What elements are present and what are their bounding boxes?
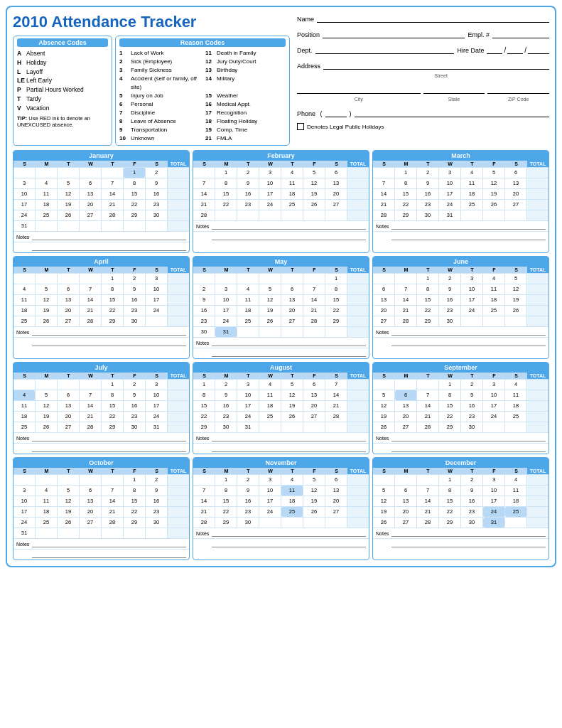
cal-cell[interactable]: 26 — [36, 316, 58, 326]
cal-cell[interactable] — [80, 528, 102, 538]
cal-cell[interactable] — [303, 274, 325, 284]
cal-cell[interactable]: 26 — [303, 507, 325, 517]
cal-cell[interactable]: 21 — [303, 306, 325, 316]
cal-cell[interactable] — [281, 422, 303, 432]
notes-field[interactable] — [212, 530, 366, 537]
cal-cell[interactable]: 8 — [395, 178, 417, 188]
cal-cell[interactable]: 15 — [193, 401, 215, 411]
total-cell[interactable] — [168, 189, 189, 199]
notes-field[interactable] — [212, 434, 366, 441]
cal-cell[interactable]: 22 — [102, 412, 124, 422]
cal-cell[interactable]: 1 — [102, 274, 124, 284]
cal-cell[interactable]: 5 — [303, 475, 325, 485]
total-cell[interactable] — [527, 210, 549, 220]
cal-cell[interactable]: 9 — [237, 178, 259, 188]
cal-cell[interactable]: 4 — [259, 380, 281, 390]
cal-cell[interactable]: 24 — [483, 507, 505, 517]
cal-cell[interactable]: 28 — [102, 210, 124, 220]
cal-cell[interactable]: 15 — [102, 401, 124, 411]
cal-cell[interactable]: 4 — [237, 284, 259, 294]
cal-cell[interactable]: 10 — [259, 486, 281, 496]
cal-cell[interactable]: 29 — [395, 210, 417, 220]
cal-cell[interactable]: 21 — [80, 412, 102, 422]
cal-cell[interactable]: 31 — [146, 422, 168, 432]
cal-cell[interactable]: 19 — [303, 496, 325, 506]
cal-cell[interactable]: 8 — [124, 486, 146, 496]
cal-cell[interactable]: 21 — [373, 200, 395, 210]
cal-cell[interactable]: 22 — [325, 306, 347, 316]
cal-cell[interactable]: 16 — [461, 401, 483, 411]
cal-cell[interactable]: 13 — [325, 486, 347, 496]
cal-cell[interactable]: 8 — [215, 178, 237, 188]
notes-field[interactable] — [32, 233, 186, 240]
cal-cell[interactable]: 3 — [439, 168, 461, 178]
cal-cell[interactable]: 29 — [124, 210, 146, 220]
cal-cell[interactable]: 1 — [193, 380, 215, 390]
cal-cell[interactable]: 28 — [193, 518, 215, 528]
cal-cell[interactable]: 3 — [146, 380, 168, 390]
cal-cell[interactable]: 11 — [237, 295, 259, 305]
cal-cell[interactable]: 30 — [439, 316, 461, 326]
cal-cell[interactable]: 13 — [80, 496, 102, 506]
notes-field-2[interactable] — [32, 445, 186, 452]
cal-cell[interactable]: 13 — [58, 401, 80, 411]
cal-cell[interactable]: 12 — [58, 496, 80, 506]
total-cell[interactable] — [347, 168, 369, 178]
state-field[interactable] — [423, 84, 485, 94]
cal-cell[interactable] — [58, 528, 80, 538]
cal-cell[interactable]: 2 — [417, 168, 439, 178]
cal-cell[interactable]: 20 — [80, 200, 102, 210]
notes-field-2[interactable] — [212, 445, 366, 452]
cal-cell[interactable]: 1 — [124, 475, 146, 485]
cal-cell[interactable]: 30 — [146, 518, 168, 528]
cal-cell[interactable]: 17 — [259, 189, 281, 199]
cal-cell[interactable] — [13, 380, 36, 390]
cal-cell[interactable]: 20 — [80, 507, 102, 517]
total-cell[interactable] — [347, 412, 369, 422]
cal-cell[interactable]: 5 — [373, 390, 395, 400]
notes-field[interactable] — [32, 328, 186, 336]
cal-cell[interactable] — [395, 380, 417, 390]
cal-cell[interactable]: 19 — [505, 295, 527, 305]
cal-cell[interactable]: 13 — [325, 178, 347, 188]
cal-cell[interactable] — [146, 221, 168, 231]
cal-cell[interactable] — [193, 475, 215, 485]
cal-cell[interactable] — [505, 518, 527, 528]
cal-cell[interactable]: 11 — [483, 284, 505, 294]
total-cell[interactable] — [527, 274, 549, 284]
cal-cell[interactable] — [259, 274, 281, 284]
cal-cell[interactable] — [13, 168, 36, 178]
phone-number[interactable] — [355, 107, 549, 117]
cal-cell[interactable]: 15 — [439, 496, 461, 506]
cal-cell[interactable]: 24 — [439, 200, 461, 210]
cal-cell[interactable]: 17 — [483, 401, 505, 411]
cal-cell[interactable]: 27 — [373, 316, 395, 326]
cal-cell[interactable]: 6 — [373, 284, 395, 294]
cal-cell[interactable]: 12 — [259, 295, 281, 305]
cal-cell[interactable]: 19 — [36, 412, 58, 422]
cal-cell[interactable]: 5 — [483, 168, 505, 178]
total-cell[interactable] — [168, 210, 189, 220]
cal-cell[interactable]: 4 — [13, 284, 36, 294]
cal-cell[interactable]: 9 — [193, 295, 215, 305]
cal-cell[interactable]: 17 — [146, 295, 168, 305]
total-cell[interactable] — [347, 380, 369, 390]
cal-cell[interactable]: 1 — [439, 380, 461, 390]
total-cell[interactable] — [527, 401, 549, 411]
cal-cell[interactable]: 10 — [259, 178, 281, 188]
cal-cell[interactable]: 4 — [36, 178, 58, 188]
cal-cell[interactable]: 19 — [281, 401, 303, 411]
cal-cell[interactable]: 17 — [13, 200, 36, 210]
cal-cell[interactable]: 2 — [237, 168, 259, 178]
cal-cell[interactable]: 21 — [395, 306, 417, 316]
cal-cell[interactable]: 22 — [102, 306, 124, 316]
cal-cell[interactable] — [36, 528, 58, 538]
cal-cell[interactable]: 21 — [80, 306, 102, 316]
cal-cell[interactable]: 30 — [417, 210, 439, 220]
cal-cell[interactable]: 3 — [483, 475, 505, 485]
notes-field[interactable] — [212, 223, 366, 230]
cal-cell[interactable]: 7 — [325, 380, 347, 390]
cal-cell[interactable]: 10 — [237, 390, 259, 400]
total-cell[interactable] — [168, 380, 189, 390]
total-cell[interactable] — [168, 200, 189, 210]
